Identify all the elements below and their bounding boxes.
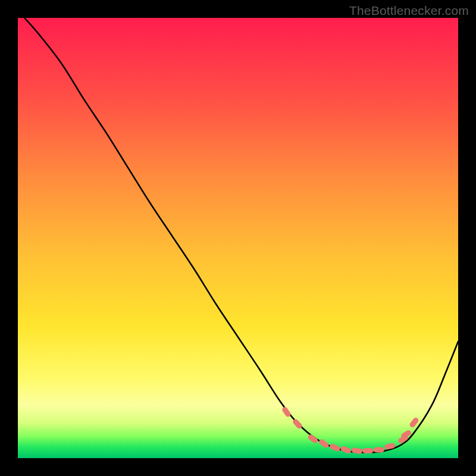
- valley-marker: [307, 434, 319, 444]
- chart-frame: TheBottlenecker.com: [0, 0, 476, 476]
- valley-markers: [281, 406, 420, 454]
- valley-marker: [340, 445, 352, 454]
- chart-svg: [18, 18, 458, 458]
- valley-marker: [351, 447, 362, 454]
- valley-marker: [281, 406, 292, 418]
- credit-label: TheBottlenecker.com: [349, 4, 469, 18]
- curve-path: [24, 18, 458, 452]
- valley-marker: [362, 448, 373, 453]
- valley-marker: [374, 447, 384, 452]
- valley-marker: [318, 439, 330, 449]
- bottleneck-curve: [24, 18, 458, 452]
- plot-area: [18, 18, 458, 458]
- valley-marker: [329, 443, 341, 452]
